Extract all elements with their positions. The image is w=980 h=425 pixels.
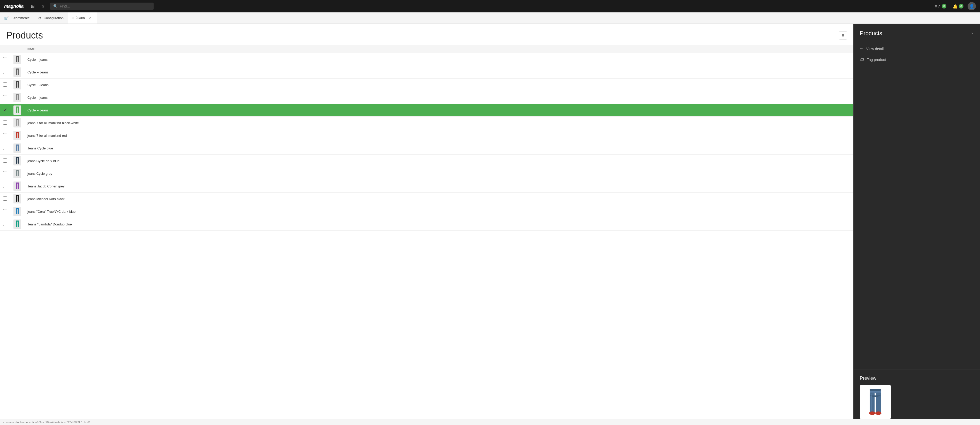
name-column-header: Name [24, 45, 853, 53]
row-checkbox[interactable] [3, 209, 7, 213]
svg-rect-22 [16, 145, 17, 151]
svg-point-51 [875, 411, 881, 415]
row-checkbox[interactable] [3, 171, 7, 175]
tab-ecommerce[interactable]: 🛒 E-commerce [0, 13, 34, 24]
row-checkbox[interactable] [3, 121, 7, 124]
product-thumb-cell [10, 91, 24, 104]
svg-rect-23 [18, 145, 19, 151]
svg-rect-32 [18, 183, 19, 189]
row-checkbox[interactable] [3, 95, 7, 99]
product-thumbnail [13, 156, 21, 166]
svg-rect-45 [870, 389, 881, 391]
table-row[interactable]: Cycle – jeans [0, 53, 853, 66]
svg-rect-40 [16, 221, 17, 227]
product-name-cell: Cycle – Jeans [24, 79, 853, 91]
table-row[interactable]: jeans Michael Kors black [0, 193, 853, 205]
product-thumb-cell [10, 66, 24, 79]
product-name-cell: jeans Michael Kors black [24, 193, 853, 205]
checkbox-cell [0, 218, 10, 231]
product-thumbnail [13, 194, 21, 204]
row-checkbox[interactable] [3, 196, 7, 201]
checkbox-cell [0, 53, 10, 66]
product-name-cell: Jeans Cycle blue [24, 142, 853, 154]
tab-configuration[interactable]: ⚙ Configuration [34, 13, 68, 24]
svg-rect-17 [18, 120, 19, 126]
product-thumbnail [13, 181, 21, 191]
table-row[interactable]: Jeans Jacob Cohen grey [0, 180, 853, 193]
row-checkbox[interactable] [3, 83, 7, 87]
table-row[interactable]: Jeans "Lambda" Dondup blue [0, 218, 853, 231]
table-row[interactable]: jeans "Cora" TrueNYC dark blue [0, 205, 853, 218]
user-avatar[interactable]: 👤 [967, 2, 976, 10]
row-checkbox[interactable] [3, 70, 7, 74]
row-checkbox[interactable] [3, 184, 7, 188]
product-name: Jeans Cycle blue [27, 146, 53, 150]
checkbox-cell [0, 129, 10, 142]
product-name: Cycle – Jeans [27, 83, 49, 87]
tab-jeans[interactable]: ↕ Jeans ✕ [68, 13, 97, 24]
svg-point-50 [869, 411, 875, 415]
product-name: Jeans Jacob Cohen grey [27, 184, 65, 188]
row-checkbox[interactable] [3, 158, 7, 162]
panel-actions: ✏ View detail 🏷 Tag product [854, 41, 980, 67]
product-thumb-cell [10, 180, 24, 193]
tasks-badge: 0 [942, 4, 947, 8]
preview-image [860, 385, 891, 419]
notifications-button[interactable]: 🔔 0 [951, 3, 966, 10]
table-row[interactable]: Jeans Cycle blue [0, 142, 853, 154]
svg-rect-14 [18, 107, 19, 113]
product-name-cell: jeans "Cora" TrueNYC dark blue [24, 205, 853, 218]
product-name: Cycle – jeans [27, 58, 48, 62]
product-name: jeans Cycle dark blue [27, 159, 59, 163]
row-checkbox[interactable] [3, 222, 7, 226]
view-detail-action[interactable]: ✏ View detail [854, 43, 980, 54]
logo: magnolia [4, 4, 24, 9]
products-area: Products ≡ Name Cycle – jeans Cycle – Je… [0, 24, 853, 425]
svg-rect-1 [16, 57, 17, 62]
product-thumbnail [13, 207, 21, 216]
checkbox-cell [0, 116, 10, 129]
row-checkbox[interactable] [3, 133, 7, 137]
product-name: jeans 7 for all mankind black-white [27, 121, 79, 125]
checkbox-cell [0, 104, 10, 116]
product-thumbnail [13, 143, 21, 153]
tab-jeans-label: Jeans [76, 16, 85, 20]
row-checkbox[interactable] [3, 57, 7, 61]
table-row[interactable]: jeans Cycle dark blue [0, 154, 853, 167]
table-row[interactable]: Cycle – Jeans [0, 104, 853, 116]
table-row[interactable]: Cycle – jeans [0, 91, 853, 104]
table-row[interactable]: jeans Cycle grey [0, 167, 853, 180]
svg-rect-28 [16, 170, 17, 176]
table-row[interactable]: Cycle – Jeans [0, 66, 853, 79]
row-checkbox[interactable] [3, 108, 7, 112]
tag-product-action[interactable]: 🏷 Tag product [854, 54, 980, 65]
table-row[interactable]: jeans 7 for all mankind red [0, 129, 853, 142]
search-input[interactable] [60, 4, 151, 8]
product-thumb-cell [10, 154, 24, 167]
product-thumb-cell [10, 142, 24, 154]
tag-product-label: Tag product [867, 58, 886, 62]
checkbox-cell [0, 66, 10, 79]
tab-jeans-close[interactable]: ✕ [88, 16, 92, 20]
header-menu-button[interactable]: ≡ [839, 31, 847, 40]
tasks-icon: ≡✓ [935, 4, 941, 9]
svg-rect-25 [16, 158, 17, 164]
top-bar: magnolia ⊞ ☆ 🔍 ≡✓ 0 🔔 0 👤 [0, 0, 980, 13]
status-bar: commercetools/connection/e9afc004-a45a-4… [0, 419, 980, 425]
panel-close-button[interactable]: › [970, 30, 974, 37]
grid-icon[interactable]: ⊞ [30, 2, 36, 10]
favorites-icon[interactable]: ☆ [40, 2, 46, 10]
product-name: jeans Michael Kors black [27, 197, 65, 201]
product-name: Cycle – Jeans [27, 108, 49, 112]
tab-bar: 🛒 E-commerce ⚙ Configuration ↕ Jeans ✕ [0, 13, 980, 24]
row-checkbox[interactable] [3, 146, 7, 150]
table-row[interactable]: jeans 7 for all mankind black-white [0, 116, 853, 129]
svg-rect-35 [18, 196, 19, 202]
bell-icon: 🔔 [953, 4, 958, 9]
product-thumb-cell [10, 167, 24, 180]
checkbox-cell [0, 154, 10, 167]
table-row[interactable]: Cycle – Jeans [0, 79, 853, 91]
products-header: Products ≡ [0, 24, 853, 45]
product-thumbnail [13, 80, 21, 89]
tasks-button[interactable]: ≡✓ 0 [933, 3, 948, 10]
